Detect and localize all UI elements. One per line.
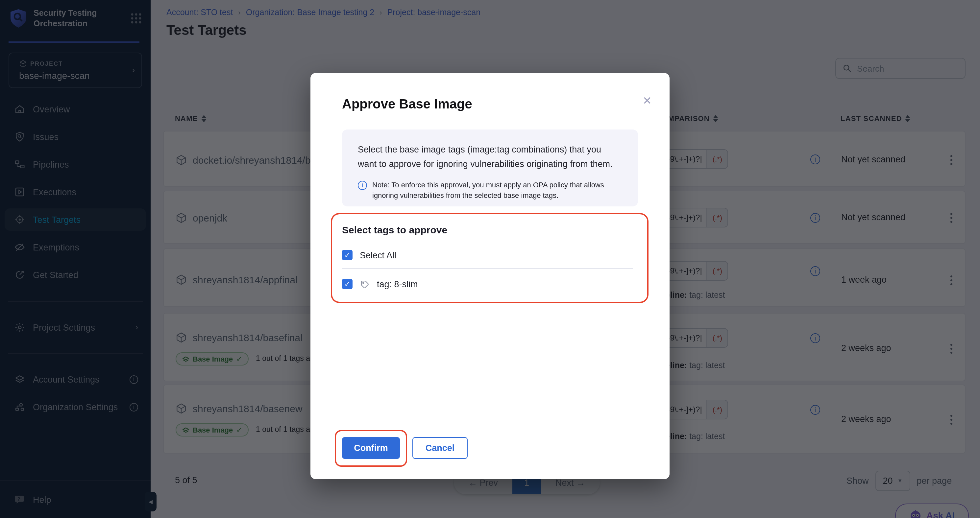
- tag-icon: [360, 279, 370, 289]
- tags-section-title: Select tags to approve: [342, 224, 447, 235]
- confirm-button[interactable]: Confirm: [342, 437, 400, 459]
- dialog-note: Note: To enforce this approval, you must…: [372, 180, 622, 201]
- tag-row: ✓ tag: 8-slim: [342, 279, 418, 289]
- dialog-description: Select the base image tags (image:tag co…: [358, 143, 622, 171]
- select-all-checkbox[interactable]: ✓: [342, 250, 353, 260]
- info-icon: i: [358, 181, 367, 190]
- dialog-description-panel: Select the base image tags (image:tag co…: [342, 129, 638, 207]
- cancel-button[interactable]: Cancel: [412, 437, 468, 459]
- tag-checkbox[interactable]: ✓: [342, 279, 353, 289]
- divider: [342, 268, 633, 269]
- tag-label: tag: 8-slim: [377, 279, 418, 289]
- app-window: Security Testing Orchestration PROJECT b…: [0, 0, 980, 518]
- dialog-title: Approve Base Image: [342, 97, 472, 112]
- approve-base-image-dialog: Approve Base Image ✕ Select the base ima…: [310, 73, 670, 479]
- select-all-row: ✓ Select All: [342, 250, 396, 260]
- close-icon[interactable]: ✕: [639, 93, 655, 108]
